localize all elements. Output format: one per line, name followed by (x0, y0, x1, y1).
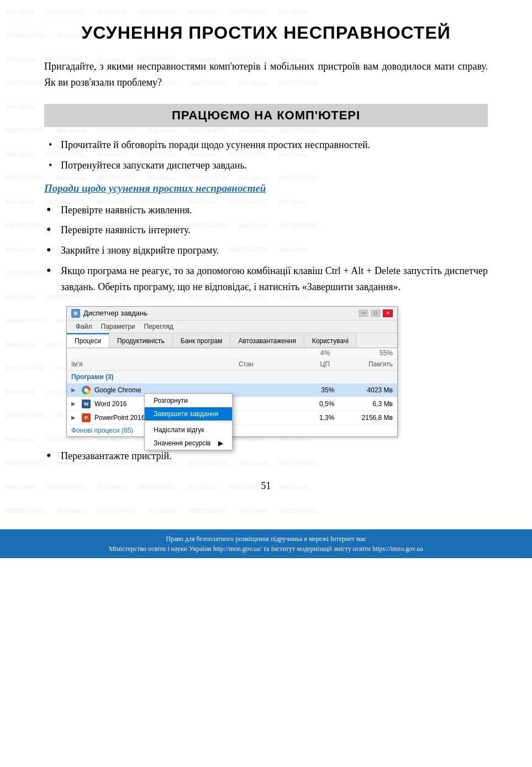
tm-title-left: ⊞ Диспетчер завдань (71, 309, 148, 318)
tip-item-3: Закрийте і знову відкрийте програму. (61, 243, 488, 259)
tip-item-1: Перевірте наявність живлення. (61, 202, 488, 218)
tm-app-icon: ⊞ (71, 309, 80, 318)
tm-ppt-cpu: 1,3% (289, 414, 334, 422)
tm-tab-apphistory[interactable]: Банк програм (173, 333, 231, 348)
cm-arrow-icon: ▶ (218, 439, 223, 447)
tm-col-status: Стан (211, 360, 281, 368)
context-menu: Розгорнути Завершити завдання Надіслати … (144, 393, 233, 450)
tm-menu-file[interactable]: Файл (71, 322, 97, 332)
tm-mem-percent: 55% (330, 349, 393, 357)
tm-menu-view[interactable]: Перегляд (140, 322, 178, 332)
tm-process-chrome[interactable]: ▶ Google Chrome 35% 4023 Мв Розгорнути З… (67, 384, 397, 397)
tm-body: 4% 55% Ім'я Стан ЦП Пам'ять Програми (3)… (67, 348, 397, 437)
cm-expand[interactable]: Розгорнути (145, 394, 232, 407)
tm-chrome-name: Google Chrome (94, 386, 224, 394)
tm-percent-row: 4% 55% (67, 348, 397, 358)
tips-list: Перевірте наявність живлення. Перевірте … (44, 202, 488, 295)
tm-minimize-button[interactable]: ─ (359, 309, 368, 317)
tm-menu-params[interactable]: Параметри (97, 322, 140, 332)
tm-tab-performance[interactable]: Продуктивність (109, 333, 173, 348)
tm-apps-header: Програми (3) (67, 371, 397, 384)
task-item-2: Потренуйтеся запускати диспетчер завдань… (61, 157, 488, 174)
cm-end-task[interactable]: Завершити завдання (145, 407, 232, 421)
tm-ppt-mem: 2156,8 Мв (334, 414, 393, 422)
task-list: Прочитайте й обговоріть поради щодо усун… (44, 137, 488, 174)
tm-tab-users[interactable]: Користувачі (304, 333, 357, 348)
tips-heading: Поради щодо усунення простих несправност… (44, 182, 488, 195)
word-icon: W (81, 399, 91, 409)
chrome-icon (81, 385, 91, 395)
tm-window-controls: ─ □ ✕ (359, 309, 393, 317)
tm-chrome-mem: 4023 Мв (334, 386, 393, 394)
page-number: 51 (44, 480, 488, 492)
tm-expand-word[interactable]: ▶ (71, 401, 79, 407)
final-tip-item: Перезавантажте пристрій. (61, 448, 488, 464)
tm-column-headers: Ім'я Стан ЦП Пам'ять (67, 358, 397, 371)
tip-item-2: Перевірте наявність інтернету. (61, 222, 488, 238)
footer-line2: Міністерство освіти і науки України http… (9, 544, 523, 554)
tm-tab-startup[interactable]: Автозавантаження (230, 333, 304, 348)
footer-line1: Право для безоплатного розміщення підруч… (9, 534, 523, 544)
section-heading: ПРАЦЮЄМО НА КОМП'ЮТЕРІ (44, 104, 488, 127)
tm-word-cpu: 0,5% (289, 400, 334, 408)
task-item-1: Прочитайте й обговоріть поради щодо усун… (61, 137, 488, 153)
tip-item-4: Якщо програма не реагує, то за допомогою… (61, 263, 488, 295)
tm-tab-processes[interactable]: Процеси (67, 333, 109, 348)
footer: Право для безоплатного розміщення підруч… (0, 529, 532, 558)
tm-tabs: Процеси Продуктивність Банк програм Авто… (67, 333, 397, 348)
cm-separator (145, 422, 232, 422)
tm-maximize-button[interactable]: □ (371, 309, 381, 317)
task-manager-screenshot: ⊞ Диспетчер завдань ─ □ ✕ Файл Параметри… (66, 306, 398, 437)
tm-word-mem: 6,3 Мв (334, 400, 393, 408)
tm-chrome-cpu: 35% (289, 386, 334, 394)
page-content: УСУНЕННЯ ПРОСТИХ НЕСПРАВНОСТЕЙ Пригадайт… (0, 0, 532, 529)
tm-title-text: Диспетчер завдань (83, 309, 148, 317)
cm-resources[interactable]: Значення ресурсів ▶ (145, 437, 232, 450)
tm-col-name: Ім'я (71, 360, 211, 368)
tm-col-cpu: ЦП (281, 360, 330, 368)
ppt-icon: P (81, 413, 91, 423)
tm-col-memory: Пам'ять (330, 360, 393, 368)
final-tip-list: Перезавантажте пристрій. (44, 448, 488, 464)
tm-expand-chrome[interactable]: ▶ (71, 387, 79, 393)
tm-close-button[interactable]: ✕ (383, 309, 393, 317)
cm-feedback[interactable]: Надіслати відгук (145, 423, 232, 437)
page-title: УСУНЕННЯ ПРОСТИХ НЕСПРАВНОСТЕЙ (44, 22, 488, 43)
tm-cpu-percent: 4% (281, 349, 330, 357)
tm-bg-label: Фонові процеси (85) (71, 427, 133, 434)
intro-paragraph: Пригадайте, з якими несправностями комп'… (44, 59, 488, 91)
tm-titlebar: ⊞ Диспетчер завдань ─ □ ✕ (67, 307, 397, 321)
tm-menubar: Файл Параметри Перегляд (67, 321, 397, 333)
tm-expand-ppt[interactable]: ▶ (71, 414, 79, 421)
